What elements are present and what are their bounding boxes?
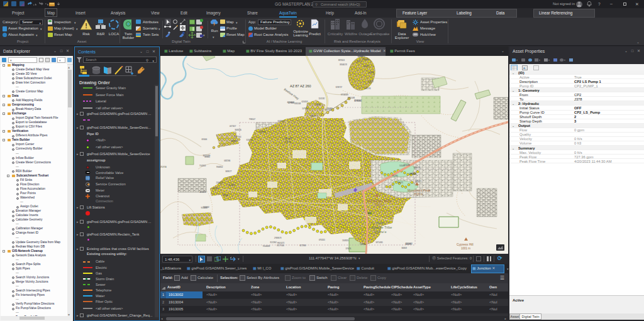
svg-text:106513: 106513 — [368, 80, 374, 83]
svg-text:Cypress Hill: Cypress Hill — [457, 242, 474, 246]
svg-text:6763201: 6763201 — [319, 239, 326, 241]
svg-text:87277434: 87277434 — [277, 244, 284, 247]
svg-text:1241182: 1241182 — [318, 97, 325, 100]
svg-text:326773: 326773 — [357, 60, 362, 63]
svg-text:3872624: 3872624 — [338, 59, 345, 62]
svg-text:7543303: 7543303 — [199, 165, 206, 167]
svg-text:Tonto: Tonto — [375, 221, 384, 225]
svg-text:366909: 366909 — [401, 247, 407, 249]
svg-text:38346578: 38346578 — [340, 63, 347, 66]
svg-text:31781080: 31781080 — [354, 100, 362, 102]
svg-text:1079911: 1079911 — [302, 107, 308, 110]
svg-text:693406: 693406 — [202, 138, 208, 141]
svg-text:128059: 128059 — [315, 104, 321, 106]
svg-text:500978: 500978 — [369, 72, 374, 74]
svg-text:3135182: 3135182 — [247, 139, 253, 141]
svg-text:atc: atc — [368, 212, 372, 215]
svg-text:1665876: 1665876 — [405, 243, 412, 246]
svg-text:6284987: 6284987 — [231, 140, 238, 143]
svg-text:AZ 87 AZ 260: AZ 87 AZ 260 — [290, 84, 311, 88]
svg-text:379176: 379176 — [346, 248, 352, 250]
svg-text:4935348: 4935348 — [294, 102, 301, 105]
svg-text:2260256: 2260256 — [216, 182, 223, 184]
svg-text:9514846: 9514846 — [201, 207, 208, 209]
svg-text:0812191: 0812191 — [365, 87, 372, 90]
svg-text:9301031: 9301031 — [348, 56, 355, 57]
svg-text:518347: 518347 — [364, 65, 369, 68]
svg-text:Apache Tribe: Apache Tribe — [372, 226, 392, 229]
svg-text:1535 m: 1535 m — [414, 193, 423, 196]
svg-text:1001 m: 1001 m — [461, 247, 470, 250]
svg-text:87234309: 87234309 — [341, 94, 348, 96]
svg-text:4216073: 4216073 — [199, 191, 206, 193]
svg-text:0142940: 0142940 — [213, 187, 220, 190]
svg-text:965569: 965569 — [223, 194, 228, 197]
svg-text:34714345: 34714345 — [375, 241, 383, 244]
svg-text:5346247: 5346247 — [310, 115, 317, 117]
svg-text:586518: 586518 — [410, 173, 416, 175]
svg-text:1562 m: 1562 m — [374, 204, 384, 207]
svg-text:8122362: 8122362 — [270, 241, 277, 244]
svg-text:8299737: 8299737 — [336, 86, 343, 89]
svg-text:7452991: 7452991 — [392, 175, 399, 177]
svg-text:6272980: 6272980 — [299, 244, 306, 247]
svg-text:2735454: 2735454 — [285, 141, 292, 143]
svg-text:6855744: 6855744 — [260, 131, 267, 133]
svg-text:0923271: 0923271 — [415, 180, 422, 183]
svg-text:6482366: 6482366 — [224, 160, 231, 162]
svg-text:13315098: 13315098 — [348, 97, 355, 99]
svg-text:0671657: 0671657 — [230, 125, 236, 128]
svg-text:2784980: 2784980 — [326, 107, 333, 110]
svg-text:54145868: 54145868 — [228, 184, 235, 187]
svg-text:6349578: 6349578 — [278, 120, 285, 122]
svg-text:Monument Peak: Monument Peak — [408, 188, 431, 192]
svg-text:1343320: 1343320 — [342, 239, 349, 242]
svg-text:zona: zona — [160, 165, 167, 168]
svg-text:38721489: 38721489 — [203, 155, 211, 157]
svg-text:6464170: 6464170 — [414, 166, 421, 169]
svg-text:!: ! — [85, 22, 87, 30]
svg-text:3699577: 3699577 — [225, 170, 232, 173]
svg-text:6193990: 6193990 — [362, 58, 369, 61]
svg-text:27889579: 27889579 — [274, 237, 282, 239]
svg-text:699854: 699854 — [358, 56, 364, 57]
svg-text:69453147: 69453147 — [285, 138, 292, 140]
svg-text:4190496: 4190496 — [404, 164, 411, 166]
svg-text:6204505: 6204505 — [302, 101, 309, 103]
svg-text:4278680: 4278680 — [288, 102, 295, 104]
svg-text:83777014: 83777014 — [234, 136, 242, 138]
svg-text:Dos Santos Bette: Dos Santos Bette — [367, 199, 391, 203]
svg-text:Dilzheʼe: Dilzheʼe — [374, 230, 387, 234]
svg-text:70546688: 70546688 — [263, 245, 270, 248]
svg-text:99016272: 99016272 — [277, 242, 285, 244]
svg-text:7346706: 7346706 — [360, 243, 367, 246]
svg-text:9946804: 9946804 — [216, 166, 223, 168]
svg-text:465375: 465375 — [397, 182, 403, 184]
svg-text:7996507: 7996507 — [249, 118, 256, 121]
svg-text:8083136: 8083136 — [235, 129, 242, 131]
